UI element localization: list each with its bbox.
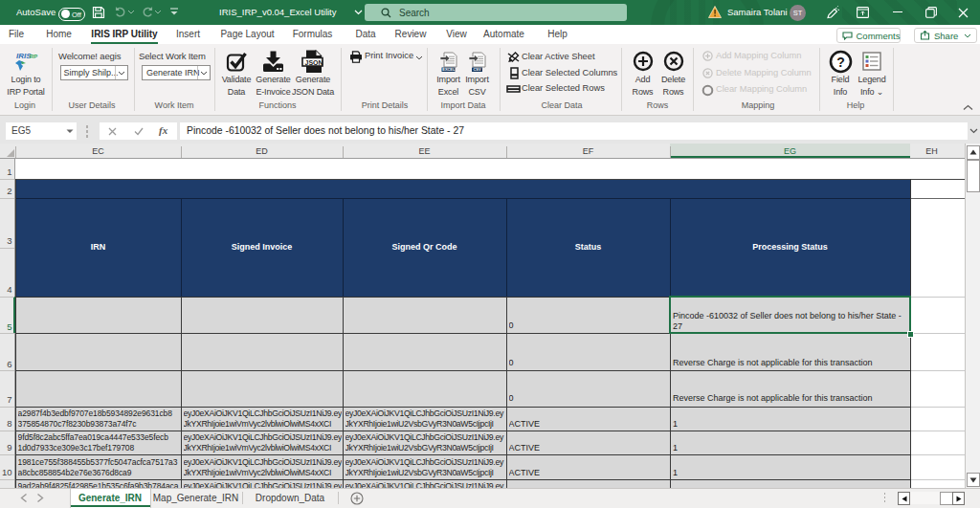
svg-text:JSON: JSON [305,59,323,66]
svg-text:CSV: CSV [474,67,481,72]
svg-text:?: ? [836,55,845,70]
svg-text:RP: RP [30,54,37,59]
svg-text:EXCEL: EXCEL [442,67,456,72]
